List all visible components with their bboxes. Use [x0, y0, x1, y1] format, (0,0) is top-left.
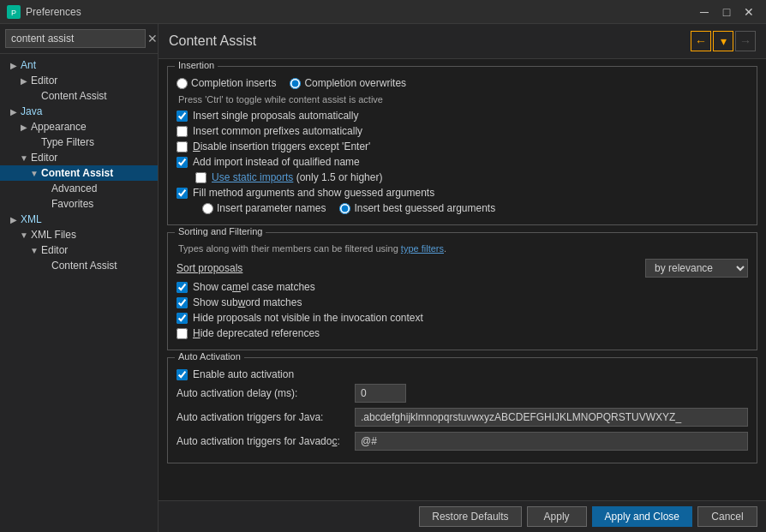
app-icon: P	[7, 5, 21, 19]
restore-defaults-button[interactable]: Restore Defaults	[419, 506, 521, 527]
sidebar-item-advanced[interactable]: Advanced	[0, 181, 158, 196]
static-imports-checkbox[interactable]	[195, 172, 206, 183]
insert-common-label: Insert common prefixes automatically	[193, 125, 362, 137]
svg-text:P: P	[11, 9, 16, 17]
type-filters-link[interactable]: type filters	[401, 243, 444, 254]
search-clear-button[interactable]: ✕	[147, 31, 158, 46]
cb-hide-invisible[interactable]: Hide proposals not visible in the invoca…	[177, 312, 748, 324]
sidebar: ✕ ▶ Ant ▶ Editor Content Assist	[0, 24, 159, 532]
cb-static-imports[interactable]: Use static imports (only 1.5 or higher)	[177, 171, 748, 183]
cb-disable-triggers[interactable]: Disable insertion triggers except 'Enter…	[177, 140, 748, 152]
cb-subword[interactable]: Show subword matches	[177, 296, 748, 308]
sidebar-item-advanced-label: Advanced	[51, 182, 97, 194]
completion-overwrites-label[interactable]: Completion overwrites	[290, 77, 406, 89]
hide-deprecated-label: Hide deprecated references	[193, 327, 320, 339]
back-button[interactable]: ←	[691, 31, 711, 51]
sidebar-item-java-editor-ca[interactable]: ▼ Content Assist	[0, 165, 158, 181]
ant-editor-arrow-icon: ▶	[19, 76, 29, 86]
sidebar-item-favorites[interactable]: Favorites	[0, 196, 158, 212]
sidebar-item-xml-files-editor-ca[interactable]: Content Assist	[0, 258, 158, 273]
ant-arrow-icon: ▶	[9, 61, 19, 70]
fill-method-checkbox[interactable]	[177, 188, 188, 199]
enable-auto-checkbox[interactable]	[177, 369, 188, 380]
sidebar-item-java-editor-ca-label: Content Assist	[41, 167, 113, 179]
sort-proposals-select[interactable]: by relevance alphabetically	[645, 259, 748, 278]
hide-invisible-label: Hide proposals not visible in the invoca…	[193, 312, 423, 324]
sidebar-item-appearance[interactable]: ▶ Appearance	[0, 119, 158, 134]
insert-common-checkbox[interactable]	[177, 126, 188, 137]
sidebar-item-favorites-label: Favorites	[51, 198, 93, 210]
insert-best-guessed-radio[interactable]	[339, 203, 350, 214]
cb-enable-auto[interactable]: Enable auto activation	[177, 368, 748, 380]
sidebar-item-ant-editor-ca[interactable]: Content Assist	[0, 88, 158, 104]
disable-triggers-label: Disable insertion triggers except 'Enter…	[193, 140, 370, 152]
java-triggers-label: Auto activation triggers for Java:	[177, 411, 348, 423]
insertion-legend: Insertion	[175, 60, 218, 70]
completion-hint: Press 'Ctrl' to toggle while content ass…	[177, 94, 748, 105]
insertion-content: Completion inserts Completion overwrites…	[177, 74, 748, 214]
search-input[interactable]	[5, 29, 146, 48]
auto-activation-content: Enable auto activation Auto activation d…	[177, 365, 748, 451]
history-dropdown-button[interactable]: ▾	[713, 31, 733, 51]
sidebar-item-xml-files[interactable]: ▼ XML Files	[0, 227, 158, 242]
close-button[interactable]: ✕	[739, 2, 759, 22]
cb-insert-common[interactable]: Insert common prefixes automatically	[177, 125, 748, 137]
sort-proposals-row: Sort proposals by relevance alphabetical…	[177, 259, 748, 278]
javadoc-triggers-field-row: Auto activation triggers for Javadoc:	[177, 432, 748, 451]
sidebar-item-ant-editor[interactable]: ▶ Editor	[0, 73, 158, 88]
cancel-button[interactable]: Cancel	[697, 506, 757, 527]
xml-arrow-icon: ▶	[9, 215, 19, 224]
search-container: ✕	[0, 24, 158, 54]
sidebar-item-xml-files-editor-ca-label: Content Assist	[51, 260, 117, 272]
sidebar-item-java[interactable]: ▶ Java	[0, 104, 158, 119]
cb-hide-deprecated[interactable]: Hide deprecated references	[177, 327, 748, 339]
sidebar-item-ant[interactable]: ▶ Ant	[0, 57, 158, 73]
insert-param-names-text: Insert parameter names	[217, 202, 326, 214]
insert-param-names-radio[interactable]	[202, 203, 213, 214]
delay-input[interactable]	[355, 384, 406, 403]
completion-radio-group: Completion inserts Completion overwrites	[177, 77, 748, 89]
title-bar: P Preferences ─ □ ✕	[0, 0, 766, 24]
content-scroll: Insertion Completion inserts Completion …	[159, 59, 766, 500]
cb-add-import[interactable]: Add import instead of qualified name	[177, 156, 748, 168]
cb-fill-method[interactable]: Fill method arguments and show guessed a…	[177, 187, 748, 199]
sidebar-item-type-filters[interactable]: Type Filters	[0, 134, 158, 150]
bottom-bar: Restore Defaults Apply Apply and Close C…	[159, 500, 766, 532]
java-editor-arrow-icon: ▼	[19, 153, 29, 163]
completion-inserts-label[interactable]: Completion inserts	[177, 77, 276, 89]
completion-overwrites-radio[interactable]	[290, 78, 301, 89]
disable-triggers-checkbox[interactable]	[177, 141, 188, 152]
hide-deprecated-checkbox[interactable]	[177, 328, 188, 339]
apply-close-button[interactable]: Apply and Close	[592, 506, 692, 527]
completion-inserts-text: Completion inserts	[191, 77, 276, 89]
appearance-arrow-icon: ▶	[19, 123, 29, 132]
sorting-hint: Types along with their members can be fi…	[177, 243, 748, 254]
insert-param-names-label[interactable]: Insert parameter names	[202, 202, 326, 214]
sidebar-item-xml-files-editor[interactable]: ▼ Editor	[0, 242, 158, 258]
subword-checkbox[interactable]	[177, 297, 188, 308]
completion-inserts-radio[interactable]	[177, 78, 188, 89]
add-import-checkbox[interactable]	[177, 157, 188, 168]
insert-single-checkbox[interactable]	[177, 111, 188, 122]
java-editor-ca-arrow-icon: ▼	[29, 169, 39, 178]
cb-insert-single[interactable]: Insert single proposals automatically	[177, 110, 748, 122]
apply-button[interactable]: Apply	[527, 506, 587, 527]
cb-camel-case[interactable]: Show camel case matches	[177, 281, 748, 293]
camel-case-label: Show camel case matches	[193, 281, 315, 293]
insert-best-guessed-label[interactable]: Insert best guessed arguments	[339, 202, 495, 214]
sidebar-item-java-editor-label: Editor	[31, 152, 57, 164]
java-triggers-input[interactable]	[355, 408, 748, 427]
camel-case-checkbox[interactable]	[177, 282, 188, 293]
hide-invisible-checkbox[interactable]	[177, 313, 188, 324]
completion-overwrites-text: Completion overwrites	[304, 77, 406, 89]
enable-auto-label: Enable auto activation	[193, 368, 294, 380]
sidebar-item-java-editor[interactable]: ▼ Editor	[0, 150, 158, 165]
static-imports-label: Use static imports (only 1.5 or higher)	[212, 171, 382, 183]
static-imports-link[interactable]: Use static imports	[212, 171, 293, 183]
sidebar-item-xml[interactable]: ▶ XML	[0, 212, 158, 227]
insertion-section: Insertion Completion inserts Completion …	[167, 66, 757, 225]
minimize-button[interactable]: ─	[694, 2, 715, 22]
forward-button[interactable]: →	[735, 31, 756, 51]
maximize-button[interactable]: □	[716, 2, 737, 22]
javadoc-triggers-input[interactable]	[355, 432, 748, 451]
